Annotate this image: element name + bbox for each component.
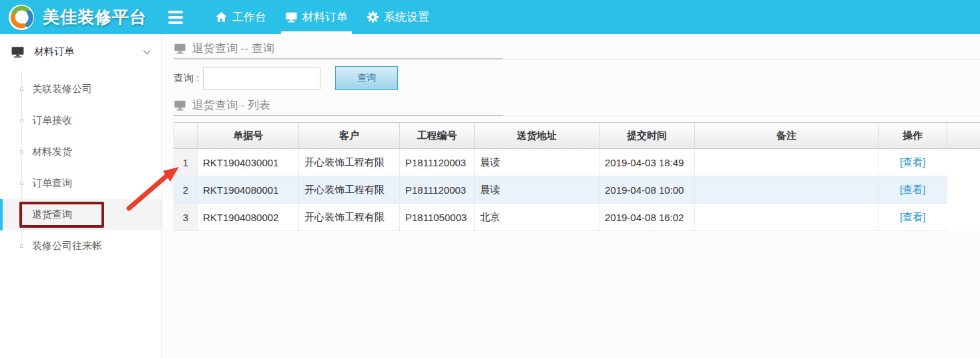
cell-remark — [695, 149, 879, 176]
col-header-submit-time: 提交时间 — [599, 123, 695, 149]
col-header-customer: 客户 — [299, 123, 400, 149]
sidebar-item-material-shipping[interactable]: 材料发货 — [0, 136, 162, 168]
top-bar: 美佳装修平台 工作台 材料订单 — [0, 0, 980, 34]
returns-table: 单据号 客户 工程编号 送货地址 提交时间 备注 操作 1 RKT1904030… — [174, 122, 980, 231]
cell-delivery-address: 北京 — [475, 204, 599, 231]
query-input[interactable] — [203, 67, 320, 90]
cell-doc-no: RKT1904080001 — [198, 176, 299, 204]
sidebar-item-label: 关联装修公司 — [32, 83, 92, 96]
sidebar-item-order-receive[interactable]: 订单接收 — [0, 105, 162, 136]
nav-item-label: 工作台 — [232, 9, 266, 25]
main-content: 退货查询 -- 查询 查询 : 查询 退货查询 - 列表 单据号 客户 工程编号 — [163, 34, 980, 358]
col-header-project-no: 工程编号 — [400, 123, 475, 149]
cell-delivery-address: 晨读 — [475, 176, 599, 204]
item-bullet — [20, 244, 23, 248]
col-header-delivery-address: 送货地址 — [475, 123, 599, 149]
cell-doc-no: RKT1904080002 — [198, 204, 299, 231]
col-header-filler — [947, 123, 980, 149]
item-bullet — [20, 150, 23, 154]
item-bullet — [20, 182, 23, 185]
sidebar-item-label: 材料发货 — [32, 146, 72, 158]
section-divider — [174, 58, 980, 60]
cell-customer: 开心装饰工程有限 — [299, 204, 400, 231]
cell-index: 3 — [174, 204, 198, 231]
sidebar-item-label: 退货查询 — [32, 208, 72, 221]
section-title-text: 退货查询 - 列表 — [192, 98, 270, 113]
query-field-label: 查询 : — [174, 72, 199, 85]
sidebar-root-material-orders[interactable]: 材料订单 — [0, 34, 162, 69]
col-header-remark: 备注 — [695, 123, 879, 149]
item-bullet — [20, 213, 23, 216]
cell-doc-no: RKT1904030001 — [198, 149, 299, 176]
app-title: 美佳装修平台 — [43, 6, 147, 28]
cell-delivery-address: 晨读 — [475, 149, 599, 176]
active-indicator-bar — [0, 199, 3, 230]
nav-item-label: 系统设置 — [384, 9, 429, 25]
col-header-index — [174, 123, 198, 149]
sidebar-item-label: 订单接收 — [32, 114, 72, 127]
cell-customer: 开心装饰工程有限 — [299, 149, 400, 176]
sidebar-submenu: 关联装修公司 订单接收 材料发货 订单查询 退货查询 装修公司往来帐 — [0, 69, 162, 262]
nav-active-underline — [281, 31, 352, 34]
table-header-row: 单据号 客户 工程编号 送货地址 提交时间 备注 操作 — [174, 123, 980, 149]
nav-item-label: 材料订单 — [302, 9, 348, 25]
cell-remark — [695, 204, 879, 231]
col-header-action: 操作 — [879, 123, 947, 149]
chevron-down-icon — [143, 49, 151, 55]
monitor-icon — [11, 45, 25, 59]
sidebar-item-return-query[interactable]: 退货查询 — [0, 199, 162, 230]
item-bullet — [20, 119, 23, 122]
section-divider — [174, 115, 980, 117]
cell-project-no: P1811120003 — [400, 149, 475, 176]
sidebar-item-linked-companies[interactable]: 关联装修公司 — [0, 73, 162, 105]
gear-icon — [366, 11, 379, 23]
nav-item-material-orders[interactable]: 材料订单 — [276, 0, 357, 34]
item-bullet — [20, 87, 23, 91]
cell-filler — [947, 176, 980, 204]
brand-logo-icon — [8, 4, 35, 31]
cell-project-no: P1811120003 — [400, 176, 475, 204]
query-button[interactable]: 查询 — [335, 66, 398, 90]
cell-index: 1 — [174, 149, 198, 176]
sidebar-item-label: 装修公司往来帐 — [32, 240, 102, 252]
sidebar-item-label: 订单查询 — [32, 177, 72, 190]
table-row: 1 RKT1904030001 开心装饰工程有限 P1811120003 晨读 … — [174, 149, 980, 176]
sidebar-item-company-accounts[interactable]: 装修公司往来帐 — [0, 230, 162, 262]
col-header-doc-no: 单据号 — [198, 123, 299, 149]
cell-remark — [695, 176, 879, 204]
hamburger-menu-icon[interactable] — [164, 7, 187, 28]
cell-filler — [947, 204, 980, 231]
table-row: 2 RKT1904080001 开心装饰工程有限 P1811120003 晨读 … — [174, 176, 980, 204]
nav-item-workbench[interactable]: 工作台 — [206, 0, 276, 34]
cell-filler — [947, 149, 980, 176]
view-link[interactable]: [查看] — [900, 156, 925, 168]
cell-project-no: P1811050003 — [400, 204, 475, 231]
cell-index: 2 — [174, 176, 198, 204]
list-section-title: 退货查询 - 列表 — [174, 95, 980, 115]
query-form: 查询 : 查询 — [174, 65, 980, 91]
sidebar: 材料订单 关联装修公司 订单接收 材料发货 订单查询 退货查询 — [0, 34, 162, 358]
sidebar-root-label: 材料订单 — [34, 45, 74, 58]
home-icon — [215, 11, 228, 23]
cell-submit-time: 2019-04-08 16:02 — [599, 204, 695, 231]
section-title-text: 退货查询 -- 查询 — [192, 41, 274, 56]
main-nav: 工作台 材料订单 — [206, 0, 439, 34]
cell-submit-time: 2019-04-03 18:49 — [599, 149, 695, 176]
monitor-icon — [174, 42, 186, 55]
query-section-title: 退货查询 -- 查询 — [174, 38, 980, 58]
cell-customer: 开心装饰工程有限 — [299, 176, 400, 204]
view-link[interactable]: [查看] — [900, 184, 925, 195]
monitor-icon — [285, 11, 298, 23]
view-link[interactable]: [查看] — [900, 211, 925, 222]
sidebar-item-order-query[interactable]: 订单查询 — [0, 168, 162, 199]
monitor-icon — [174, 99, 186, 112]
nav-item-system-settings[interactable]: 系统设置 — [357, 0, 439, 34]
table-row: 3 RKT1904080002 开心装饰工程有限 P1811050003 北京 … — [174, 204, 980, 231]
cell-submit-time: 2019-04-08 10:00 — [599, 176, 695, 204]
